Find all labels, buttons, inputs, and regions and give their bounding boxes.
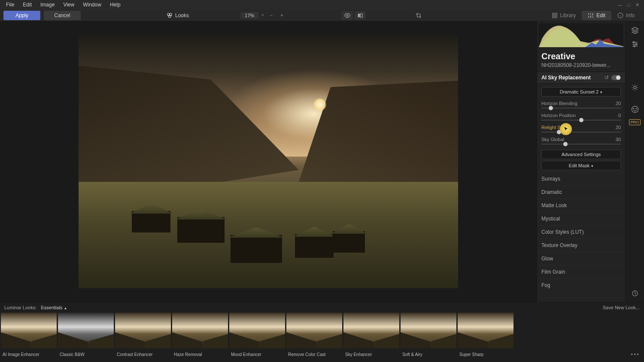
crop-icon — [416, 12, 422, 18]
tool-sunrays[interactable]: Sunrays — [537, 172, 625, 185]
look-thumb[interactable] — [229, 313, 285, 348]
tool-fog[interactable]: Fog — [537, 278, 625, 292]
slider-horizon-blending[interactable]: Horizon Blending20 — [537, 100, 625, 112]
advanced-settings-button[interactable]: Advanced Settings — [541, 150, 621, 159]
look-thumb[interactable] — [286, 313, 342, 348]
tool-name: AI Sky Replacement — [541, 75, 591, 81]
cancel-button[interactable]: Cancel — [44, 11, 81, 20]
looks-label: Looks — [175, 12, 189, 18]
slider-label: Horizon Position — [541, 113, 576, 118]
window-controls: — □ ✕ — [617, 2, 642, 8]
look-thumb[interactable] — [401, 313, 456, 348]
reset-icon[interactable]: ↺ — [605, 75, 609, 81]
edit-mode[interactable]: Edit — [582, 11, 611, 20]
svg-line-34 — [637, 85, 637, 85]
compare-icon — [357, 12, 363, 18]
slider-sky-global[interactable]: Sky Global30 — [537, 136, 625, 148]
tool-matte-look[interactable]: Matte Look — [537, 199, 625, 212]
svg-point-23 — [633, 42, 634, 43]
light-icon[interactable] — [630, 84, 640, 91]
more-icon[interactable]: ••• — [631, 351, 640, 358]
menu-file[interactable]: File — [2, 2, 18, 8]
apply-button[interactable]: Apply — [3, 11, 40, 20]
tool-header[interactable]: AI Sky Replacement ↺ — [537, 72, 625, 84]
adjustments-icon[interactable] — [630, 40, 640, 48]
info-icon — [617, 12, 623, 18]
svg-point-37 — [636, 109, 637, 109]
menu-edit[interactable]: Edit — [18, 2, 36, 8]
svg-point-24 — [635, 44, 637, 45]
pro-badge[interactable]: PRO — [629, 119, 641, 125]
looks-header: Luminar Looks: — [4, 305, 36, 310]
slider-track[interactable] — [541, 120, 621, 121]
zoom-chevron-icon[interactable]: ▼ — [261, 13, 264, 17]
tool-film-grain[interactable]: Film Grain — [537, 265, 625, 278]
svg-rect-8 — [552, 16, 554, 18]
svg-point-36 — [633, 109, 634, 109]
compare-toggle[interactable] — [355, 11, 366, 20]
looks-icon — [167, 12, 173, 18]
looks-category[interactable]: Essentials ▲ — [41, 305, 67, 310]
zoom-out-button[interactable]: − — [267, 12, 275, 18]
creative-icon[interactable] — [630, 97, 640, 100]
image-preview — [79, 35, 458, 288]
portrait-icon[interactable] — [630, 106, 640, 113]
tool-texture-overlay[interactable]: Texture Overlay — [537, 238, 625, 252]
look-label: AI Image Enhancer — [1, 351, 57, 358]
svg-line-33 — [632, 89, 633, 90]
edit-mask-button[interactable]: Edit Mask — [541, 161, 621, 170]
library-label: Library — [560, 12, 576, 18]
slider-thumb[interactable] — [549, 106, 553, 110]
tool-dramatic[interactable]: Dramatic — [537, 185, 625, 199]
library-mode[interactable]: Library — [546, 11, 582, 20]
looks-button[interactable]: Looks — [167, 12, 189, 18]
slider-track[interactable] — [541, 144, 621, 145]
slider-track[interactable] — [541, 132, 621, 133]
slider-label: Relight Scene — [541, 125, 571, 130]
svg-point-3 — [346, 15, 348, 16]
svg-point-26 — [634, 86, 636, 89]
preview-toggle[interactable] — [342, 11, 353, 20]
look-thumb[interactable] — [115, 313, 171, 348]
look-thumb[interactable] — [58, 313, 114, 348]
zoom-value[interactable]: 17% — [240, 12, 258, 19]
layers-icon[interactable] — [630, 27, 640, 34]
history-icon[interactable] — [630, 290, 640, 297]
minimize-icon[interactable]: — — [617, 2, 623, 8]
svg-rect-7 — [555, 13, 557, 15]
menu-image[interactable]: Image — [36, 2, 59, 8]
look-thumb[interactable] — [172, 313, 228, 348]
look-label: Classic B&W — [58, 351, 114, 358]
slider-label: Sky Global — [541, 137, 564, 142]
look-label: Mood Enhancer — [229, 351, 285, 358]
look-thumb[interactable] — [1, 313, 57, 348]
menu-window[interactable]: Window — [79, 2, 106, 8]
tool-color-styles-lut-[interactable]: Color Styles (LUT) — [537, 225, 625, 238]
menu-help[interactable]: Help — [106, 2, 125, 8]
save-look-button[interactable]: Save New Look... — [603, 305, 640, 310]
slider-relight-scene[interactable]: Relight Scene20 — [537, 124, 625, 136]
tool-strip: PRO — [625, 21, 644, 302]
info-label: Info — [626, 12, 635, 18]
slider-track[interactable] — [541, 108, 621, 109]
sky-preset-dropdown[interactable]: Dramatic Sunset 2 — [541, 87, 621, 97]
tool-glow[interactable]: Glow — [537, 252, 625, 265]
menu-view[interactable]: View — [59, 2, 79, 8]
slider-thumb[interactable] — [557, 130, 561, 134]
histogram[interactable] — [539, 23, 623, 47]
slider-thumb[interactable] — [563, 142, 568, 146]
look-thumb[interactable] — [343, 313, 399, 348]
preset-label: Dramatic Sunset 2 — [560, 89, 598, 94]
close-icon[interactable]: ✕ — [634, 2, 641, 8]
tool-toggle[interactable] — [611, 75, 621, 80]
slider-thumb[interactable] — [579, 118, 583, 122]
slider-horizon-position[interactable]: Horizon Position0 — [537, 112, 625, 124]
maximize-icon[interactable]: □ — [625, 2, 632, 8]
crop-button[interactable] — [413, 11, 424, 20]
canvas[interactable] — [0, 21, 537, 302]
tool-mystical[interactable]: Mystical — [537, 212, 625, 225]
svg-line-32 — [637, 89, 637, 90]
info-mode[interactable]: Info — [611, 11, 641, 20]
look-thumb[interactable] — [458, 313, 513, 348]
zoom-in-button[interactable]: + — [278, 12, 286, 18]
